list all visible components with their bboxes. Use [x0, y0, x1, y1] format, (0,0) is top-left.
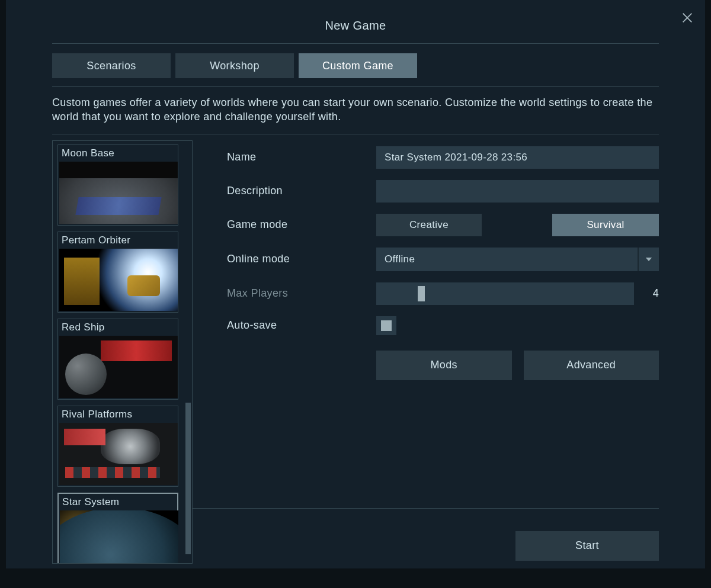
scenario-title: Red Ship [59, 320, 177, 336]
scenario-card-moon-base[interactable]: Moon Base [57, 144, 178, 226]
scenario-card-rival-platforms[interactable]: Rival Platforms [57, 406, 178, 487]
description-input[interactable] [376, 180, 659, 203]
scenario-thumbnail [59, 162, 178, 224]
scenario-title: Star System [60, 495, 176, 510]
close-button[interactable] [679, 9, 696, 26]
scenario-title: Moon Base [59, 146, 177, 162]
max-players-slider[interactable] [376, 282, 634, 305]
checkbox-checked-icon [381, 320, 392, 331]
window-title: New Game [6, 0, 705, 43]
divider [52, 43, 659, 44]
scenario-scrollbar-thumb[interactable] [185, 403, 191, 555]
online-mode-value: Offline [376, 253, 415, 265]
scenario-thumbnail [60, 510, 178, 563]
scenario-thumbnail [59, 336, 178, 398]
scenario-title: Rival Platforms [59, 407, 177, 423]
survival-button[interactable]: Survival [552, 214, 659, 236]
tab-scenarios[interactable]: Scenarios [52, 53, 171, 78]
tab-bar: Scenarios Workshop Custom Game [52, 53, 659, 78]
tab-custom-game[interactable]: Custom Game [299, 53, 417, 78]
scenario-scroll[interactable]: Moon Base Pertam Orbiter Red Ship Rival … [53, 141, 184, 563]
scenario-card-star-system[interactable]: Star System [57, 493, 178, 563]
max-players-label: Max Players [227, 287, 376, 300]
scenario-list-panel: Moon Base Pertam Orbiter Red Ship Rival … [52, 140, 193, 564]
name-label: Name [227, 151, 376, 163]
scenario-title: Pertam Orbiter [59, 233, 177, 249]
tab-workshop[interactable]: Workshop [175, 53, 294, 78]
main-area: Moon Base Pertam Orbiter Red Ship Rival … [52, 140, 659, 567]
mods-button[interactable]: Mods [376, 351, 512, 380]
scenario-thumbnail [59, 423, 178, 485]
advanced-button[interactable]: Advanced [524, 351, 659, 380]
scenario-card-pertam-orbiter[interactable]: Pertam Orbiter [57, 232, 178, 313]
max-players-value: 4 [648, 287, 659, 300]
settings-form: Name Description Game mode Creative Surv… [193, 140, 659, 567]
divider [193, 508, 659, 509]
autosave-checkbox[interactable] [376, 316, 396, 335]
scenario-card-red-ship[interactable]: Red Ship [57, 319, 178, 400]
name-input[interactable] [376, 146, 659, 169]
online-mode-label: Online mode [227, 253, 376, 265]
online-mode-dropdown[interactable]: Offline [376, 248, 659, 271]
game-mode-label: Game mode [227, 219, 376, 231]
divider [52, 86, 659, 87]
autosave-label: Auto-save [227, 319, 376, 332]
close-icon [681, 11, 694, 24]
creative-button[interactable]: Creative [376, 214, 482, 236]
slider-handle[interactable] [418, 286, 425, 301]
new-game-window: New Game Scenarios Workshop Custom Game … [6, 0, 705, 568]
scenario-scrollbar-track[interactable] [184, 141, 192, 563]
start-button[interactable]: Start [515, 531, 659, 561]
description-label: Description [227, 185, 376, 197]
scenario-thumbnail [59, 249, 178, 311]
description-text: Custom games offer a variety of worlds w… [52, 95, 659, 134]
chevron-down-icon [638, 248, 659, 271]
